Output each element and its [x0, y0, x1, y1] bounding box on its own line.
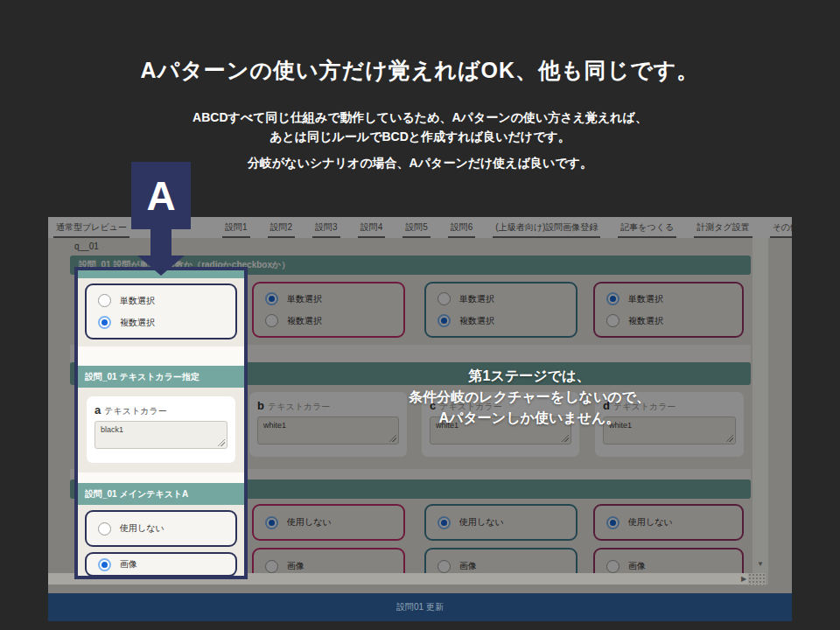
resize-handle-icon[interactable] [218, 439, 225, 446]
radio-option-multiple-a[interactable]: 複数選択 [87, 312, 235, 333]
field-label-text: テキストカラー [104, 406, 166, 416]
vertical-scrollbar[interactable] [752, 238, 768, 584]
radio-off-icon[interactable] [98, 522, 111, 536]
textcolor-input-a[interactable]: black1 [94, 421, 228, 449]
tab-tracking-tag[interactable]: 計測タグ設置 [694, 221, 752, 238]
tab-other-settings[interactable]: その他の設定 [770, 221, 792, 238]
form-content: q__01 設問_01 設問が単数か複数か（radioかcheckboxか） 単… [48, 238, 792, 593]
annotation-line3: Aパターンしか使いません。 [337, 408, 722, 429]
arrow-down-icon [137, 256, 185, 276]
pattern-a-panel: 単数選択 複数選択 設問_01 テキストカラー指定 aテキストカラー [74, 267, 248, 579]
tab-question-2[interactable]: 設問2 [268, 221, 296, 238]
slide-title: Aパターンの使い方だけ覚えればOK、他も同じです。 [0, 56, 840, 85]
app-screenshot: 通常型プレビュー 設問1 設問2 設問3 設問4 設問5 設問6 (上級者向け)… [48, 217, 792, 621]
tab-question-1[interactable]: 設問1 [222, 221, 250, 238]
annotation-line2: 条件分岐のレクチャーをしないので、 [337, 387, 722, 408]
radio-label: 画像 [120, 558, 137, 570]
radio-on-icon[interactable] [98, 316, 111, 329]
section-header-maintext: 設問_01 メインテキストA [78, 483, 244, 505]
slide-description: ABCDすべて同じ仕組みで動作しているため、Aパターンの使い方さえ覚えれば、 あ… [0, 108, 840, 146]
maintext-image-box-a: 画像 [85, 552, 237, 577]
radio-label: 複数選択 [120, 317, 155, 329]
radio-option-single-a[interactable]: 単数選択 [87, 290, 235, 312]
panel-selection-section: 単数選択 複数選択 [78, 278, 244, 346]
slide-note: 分岐がないシナリオの場合、Aパターンだけ使えば良いです。 [0, 156, 840, 172]
tab-question-6[interactable]: 設問6 [448, 221, 476, 238]
panel-maintext-section: 使用しない 画像 [78, 505, 244, 579]
footer-bar: 設問01 更新 [48, 593, 792, 621]
slide-description-line2: あとは同じルールでBCDと作成すれば良いだけです。 [0, 127, 840, 146]
tab-normal-preview[interactable]: 通常型プレビュー [53, 221, 130, 238]
field-label: aテキストカラー [94, 403, 228, 417]
textcolor-card-a: aテキストカラー black1 [87, 396, 235, 463]
panel-divider [78, 346, 244, 366]
tab-question-5[interactable]: 設問5 [402, 221, 430, 238]
panel-textcolor-section: aテキストカラー black1 [78, 388, 244, 472]
scroll-down-icon[interactable]: ▼ [752, 558, 768, 570]
radio-off-icon[interactable] [98, 294, 111, 307]
pattern-a-callout: A [131, 162, 191, 229]
stage-annotation: 第1ステージでは、 条件分岐のレクチャーをしないので、 Aパターンしか使いません… [337, 366, 722, 429]
radio-option-image-a[interactable]: 画像 [87, 556, 235, 573]
scrollbar-corner-grip[interactable] [748, 573, 766, 585]
slide-description-line1: ABCDすべて同じ仕組みで動作しているため、Aパターンの使い方さえ覚えれば、 [0, 108, 840, 127]
annotation-line1: 第1ステージでは、 [337, 366, 722, 387]
update-question-button[interactable]: 設問01 更新 [396, 601, 444, 613]
tab-image-register[interactable]: (上級者向け)設問画像登録 [493, 221, 600, 238]
panel-divider [78, 472, 244, 483]
section-header-textcolor: 設問_01 テキストカラー指定 [78, 366, 244, 388]
selection-box-a: 単数選択 複数選択 [85, 284, 237, 340]
arrow-down-shaft [150, 228, 172, 256]
radio-label: 単数選択 [120, 295, 155, 307]
radio-on-icon[interactable] [98, 558, 111, 571]
radio-option-notuse-a[interactable]: 使用しない [87, 518, 235, 540]
radio-label: 使用しない [120, 522, 164, 535]
maintext-notuse-box-a: 使用しない [85, 510, 237, 547]
tab-question-4[interactable]: 設問4 [358, 221, 386, 238]
tab-make-article[interactable]: 記事をつくる [618, 221, 676, 238]
column-prefix: a [94, 403, 101, 416]
slide: Aパターンの使い方だけ覚えればOK、他も同じです。 ABCDすべて同じ仕組みで動… [0, 0, 840, 630]
tab-question-3[interactable]: 設問3 [312, 221, 340, 238]
textcolor-value: black1 [101, 425, 123, 434]
